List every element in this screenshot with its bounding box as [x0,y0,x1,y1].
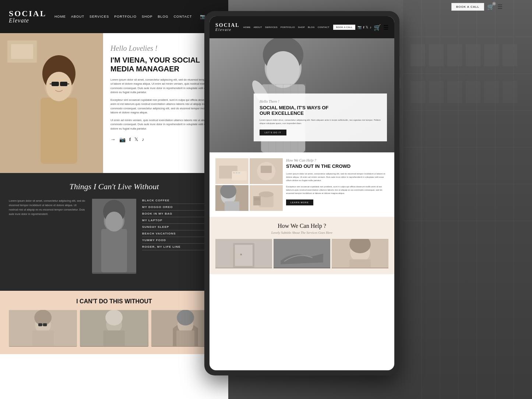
logo-text: SOCIAL [9,10,46,18]
tablet-menu-icon[interactable]: ☰ [383,24,388,31]
peach-title: I CAN'T DO THIS WITHOUT [9,298,219,305]
service-image-3 [215,185,249,211]
tablet-lets-do-it-button[interactable]: LET'S DO IT [260,130,286,135]
tablet-help-subtitle: Lovely Subtitle About The Services Goes … [215,231,388,234]
service-image-4 [250,185,283,211]
dark-image [92,199,136,274]
svg-point-40 [105,212,123,232]
help-photo-2-svg [274,239,330,268]
tablet-facebook-icon[interactable]: f [363,25,364,29]
nav-services[interactable]: SERVICES [89,15,109,18]
top-cart-icon[interactable]: 🛒0 [487,3,494,10]
tablet-nav-about[interactable]: ABOUT [254,26,262,28]
svg-point-44 [34,310,52,325]
dark-section-content: Lorem ipsum dolor sit amet, consectetur … [9,199,219,274]
tablet-logo-text: SOCIAL [215,23,240,28]
dark-section: Things I Can't Live Without Lorem ipsum … [0,173,228,291]
svg-rect-29 [40,98,77,164]
svg-rect-32 [52,82,59,86]
svc-img-1-svg [215,158,249,184]
svg-point-60 [267,51,300,88]
tablet-cart-icon[interactable]: 🛒 [374,24,381,31]
tablet-nav-shop[interactable]: SHOP [298,26,305,28]
svg-rect-53 [176,331,194,346]
svc-img-3-svg [215,185,249,211]
hero-title-line1: I'M VIENA, YOUR SOCIAL [110,56,200,64]
svg-rect-45 [38,323,42,326]
hero-twitter-icon[interactable]: 𝕏 [134,137,138,142]
svg-rect-17 [484,44,499,66]
help-photo-3 [332,239,388,268]
nav-portfolio[interactable]: PORTFOLIO [114,15,137,18]
svg-rect-27 [11,44,33,59]
tablet-hero-greeting: Hello There ! [260,99,381,103]
svg-rect-79 [261,166,272,173]
site-navbar: SOCIAL Elevate HOME ABOUT SERVICES PORTF… [0,0,228,33]
tablet-svc-body-1: Lorem ipsum dolor sit amet, consectetur … [286,172,388,182]
top-menu-icon[interactable]: ☰ [497,3,503,10]
tablet-nav-right: BOOK A CALL 📷 f 𝕏 ♪ 🛒 ☰ [333,24,388,31]
tablet-tiktok-icon[interactable]: ♪ [370,25,371,29]
arrow-icon: → [110,137,116,142]
bg-dark-building [403,0,532,399]
svg-rect-18 [503,44,517,66]
peach-photos [9,310,219,347]
svg-rect-23 [484,81,499,103]
nav-contact[interactable]: CONTACT [174,15,192,18]
dark-text: Lorem ipsum dolor sit amet, consectetur … [9,199,86,274]
tablet-help-photos [215,239,388,268]
tablet-services-images [215,158,282,211]
site-logo: SOCIAL Elevate [9,10,46,24]
help-photo-1 [215,239,272,268]
top-book-call-button[interactable]: BOOK A CALL [451,3,484,11]
tablet-help-section: How We Can Help ? Lovely Subtitle About … [209,217,394,274]
tablet-instagram-icon[interactable]: 📷 [357,25,362,29]
tablet-logo-script: Elevate [215,28,240,32]
cart-badge: 0 [492,2,496,6]
dark-section-title: Things I Can't Live Without [9,182,219,191]
tablet-svc-title: Stand Out In The Crowd [286,163,388,169]
tablet-nav-blog[interactable]: BLOG [308,26,315,28]
svg-rect-94 [240,254,242,255]
tablet-nav-home[interactable]: HOME [243,26,251,28]
svg-rect-98 [349,259,371,268]
svg-point-31 [46,72,72,101]
help-photo-3-svg [332,239,388,268]
hero-facebook-icon[interactable]: f [129,137,131,142]
tablet-hero-title-line2: OUR EXCELLENCE [260,110,304,116]
tablet-power-button [399,55,401,70]
nav-shop[interactable]: SHOP [142,15,153,18]
svg-rect-33 [60,82,67,86]
svg-rect-22 [466,81,480,103]
nav-links: HOME ABOUT SERVICES PORTFOLIO SHOP BLOG … [54,15,192,18]
tablet-nav-services[interactable]: SERVICES [265,26,278,28]
svg-rect-83 [225,201,239,211]
svg-rect-38 [101,229,127,272]
svg-rect-19 [411,81,425,103]
tablet-mockup: SOCIAL Elevate HOME ABOUT SERVICES PORTF… [204,11,399,375]
svg-rect-93 [235,245,253,266]
tablet-screen: SOCIAL Elevate HOME ABOUT SERVICES PORTF… [209,16,394,370]
svg-rect-76 [238,172,240,173]
tablet-hero: Hello There ! SOCIAL MEDIA, IT'S WAYS OF… [209,38,394,152]
tablet-volume-button [399,77,401,88]
tablet-learn-more-button[interactable]: LEARN MORE [286,200,313,205]
svg-rect-14 [429,44,444,66]
hero-instagram-icon[interactable]: 📷 [119,137,126,143]
nav-blog[interactable]: BLOG [158,15,169,18]
tablet-services-section: How We Can Help ? Stand Out In The Crowd… [209,152,394,217]
tablet-nav-contact[interactable]: CONTACT [318,26,330,28]
svg-point-50 [106,310,123,325]
nav-about[interactable]: ABOUT [71,15,84,18]
svg-rect-46 [43,323,47,326]
svg-rect-21 [447,81,462,103]
help-photo-1-svg [215,239,272,268]
peach-photo-2 [80,310,148,347]
svg-rect-49 [103,331,125,346]
peach-photo-1 [9,310,77,347]
nav-home[interactable]: HOME [54,15,66,18]
hero-tiktok-icon[interactable]: ♪ [142,137,144,142]
tablet-nav-portfolio[interactable]: PORTFOLIO [281,26,295,28]
tablet-twitter-icon[interactable]: 𝕏 [366,25,368,29]
tablet-book-call-button[interactable]: BOOK A CALL [333,25,356,30]
